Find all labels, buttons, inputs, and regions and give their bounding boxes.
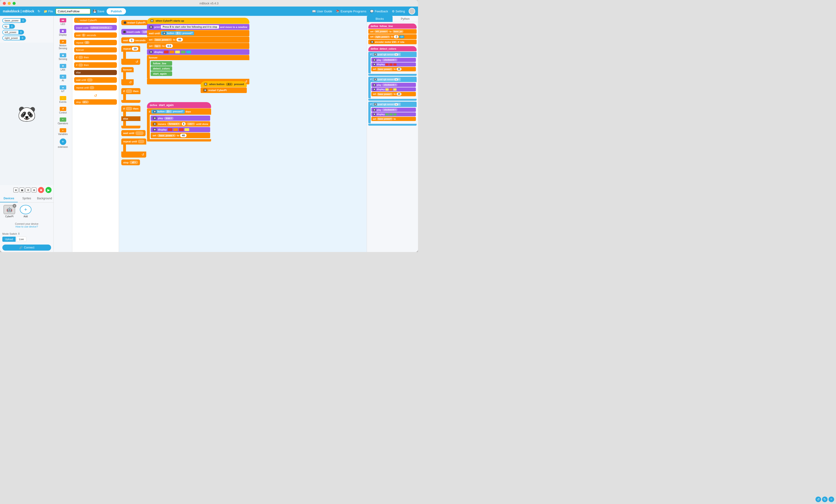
- avatar[interactable]: [408, 8, 415, 15]
- category-variables[interactable]: x Variables: [55, 127, 71, 137]
- detect-colors-block[interactable]: detect_colors: [151, 66, 172, 71]
- led-icon: ■■: [60, 18, 66, 22]
- tab-sprites[interactable]: Sprites: [18, 195, 35, 202]
- set-base-power-20[interactable]: set base_power ▾ to 20: [371, 92, 416, 96]
- category-display[interactable]: ▦ Display: [55, 27, 71, 38]
- info-icon: ℹ: [18, 232, 19, 235]
- stop-button[interactable]: ■: [38, 187, 44, 193]
- var-left-power: left_power 0: [2, 30, 24, 35]
- category-events[interactable]: ⚡ Events: [55, 95, 71, 105]
- block-wait-until[interactable]: wait until: [121, 130, 146, 136]
- if-then-block[interactable]: if then: [74, 55, 117, 60]
- repeat-until-block[interactable]: repeat until: [74, 85, 117, 91]
- block-if-then[interactable]: if then: [121, 88, 140, 103]
- file-icon: 📁: [44, 9, 48, 13]
- window-title: mBlock v5.4.3: [200, 2, 218, 5]
- minimize-button[interactable]: [8, 2, 11, 5]
- set-base-power-final[interactable]: set base_power ▾ to: [371, 117, 416, 121]
- device-remove-button[interactable]: ✕: [13, 204, 16, 208]
- motion-icon: ⟳: [60, 40, 66, 44]
- insert-code-block[interactable]: insert code cyberpi.console.p...: [74, 25, 117, 30]
- set-base-power-block2[interactable]: set base_power ▾ to 40: [151, 133, 210, 138]
- block-forever[interactable]: forever ↺: [121, 67, 134, 85]
- add-device-button[interactable]: +: [20, 205, 32, 214]
- display-colors-block2[interactable]: 🔲 display: [151, 127, 210, 132]
- save-button[interactable]: 💾 Save: [93, 9, 104, 13]
- stop-block[interactable]: stop all: [74, 99, 117, 105]
- publish-button[interactable]: Publish: [107, 8, 126, 15]
- play-clockwork-3[interactable]: 🔲 play clockwork ▾: [371, 108, 416, 112]
- tab-background[interactable]: Background: [36, 195, 53, 202]
- maximize-button[interactable]: [13, 2, 16, 5]
- mode-toggle: Upload Live: [0, 237, 53, 242]
- close-button[interactable]: [3, 2, 6, 5]
- control-label: Control: [59, 112, 66, 114]
- project-name-input[interactable]: [56, 8, 91, 14]
- feedback-button[interactable]: 💬 Feedback: [370, 9, 388, 13]
- display-block-3[interactable]: 🔲 display: [371, 112, 416, 116]
- category-sensing[interactable]: ◉ Sensing: [55, 52, 71, 62]
- block-restart-cyberpi[interactable]: ⬛ restart CyberPi: [121, 20, 148, 25]
- right-panel-content: define follow_line set left_power ▾ to b…: [367, 22, 418, 252]
- if-else-block[interactable]: if then: [74, 62, 117, 68]
- category-motion-sensing[interactable]: ⟳ Motion Sensing: [55, 38, 71, 51]
- toolbar: makeblock | mBlock ↻ 📁 File 💾 Save Publi…: [0, 6, 418, 16]
- if-rgb-sensor-3[interactable]: if 🔲 quad rgb sensor 1 ▾: [368, 102, 417, 107]
- how-to-link[interactable]: How to use device?: [16, 225, 38, 228]
- user-guide-button[interactable]: 📖 User Guide: [312, 9, 332, 13]
- left-panel: base_power 0 kp 0 left_power 0 right_pow…: [0, 16, 54, 252]
- set-base-power-30[interactable]: set base_power ▾ to 30: [371, 67, 416, 71]
- forever-block[interactable]: forever: [74, 47, 117, 53]
- example-programs-button[interactable]: 📚 Example Programs: [336, 9, 366, 13]
- block-wait-seconds[interactable]: wait 1 seconds: [121, 37, 147, 43]
- upload-mode-button[interactable]: Upload: [2, 237, 16, 242]
- refresh-icon[interactable]: ↻: [37, 8, 41, 14]
- category-led[interactable]: ■■ LED: [55, 17, 71, 27]
- block-repeat-until[interactable]: repeat until ↺: [121, 138, 146, 158]
- fullscreen-button[interactable]: ⊞: [13, 188, 18, 193]
- moves-forward-block[interactable]: 🔲 moves forward ▾ 5 cm ▾ until done: [151, 121, 210, 127]
- live-mode-button[interactable]: Live: [17, 237, 26, 242]
- file-menu-button[interactable]: 📁 File: [44, 9, 53, 13]
- play-clockwork-1[interactable]: 🔲 play clockwork ▾: [371, 58, 416, 62]
- view-mode-buttons: ⊞ ▦ ☰ ⊞: [13, 188, 37, 193]
- play-button[interactable]: ▶: [45, 187, 52, 193]
- block-if-then-2[interactable]: if then else: [121, 105, 140, 129]
- connect-button[interactable]: 🔗 Connect: [2, 245, 51, 251]
- wait-block[interactable]: wait 1 seconds: [74, 33, 117, 38]
- list-view-button[interactable]: ☰: [25, 188, 31, 193]
- repeat-block[interactable]: repeat 10: [74, 40, 117, 45]
- if-rgb-sensor-1[interactable]: if 🔲 quad rgb sensor 1 ▾: [368, 52, 417, 57]
- restart-block[interactable]: 🔧 restart CyberPi: [74, 18, 117, 23]
- category-operators[interactable]: + Operators: [55, 116, 71, 127]
- play-iron-block[interactable]: 🔲 play iron ▾: [151, 116, 210, 121]
- tile-view-button[interactable]: ⊞: [32, 188, 37, 193]
- lan-icon: ⊕: [60, 64, 66, 68]
- encoder-motor-block[interactable]: 🔲 encoder motor EM1 ↺ rota: [368, 40, 417, 44]
- category-ai[interactable]: AI AI: [55, 73, 71, 83]
- grid-view-button[interactable]: ▦: [19, 188, 24, 193]
- set-left-power-block[interactable]: set left_power ▾ to base_po: [368, 29, 417, 34]
- tab-blocks[interactable]: Blocks: [367, 16, 393, 22]
- start-again-block[interactable]: start_again: [151, 71, 172, 76]
- block-stop-all[interactable]: stop all ▾: [121, 159, 140, 165]
- if-rgb-sensor-2[interactable]: if 🔲 quad rgb sensor 1 ▾: [368, 77, 417, 82]
- set-right-power-block[interactable]: set right_power ▾ to -1 </>: [368, 34, 417, 39]
- setting-button[interactable]: ⚙ Setting: [392, 9, 405, 13]
- right-panel-tabs: Blocks Python: [367, 16, 418, 22]
- extension-button[interactable]: +: [60, 138, 66, 145]
- add-device-card: + Add: [19, 205, 33, 218]
- category-iot[interactable]: ☁ IoT: [55, 84, 71, 94]
- display-block-2[interactable]: 🔲 display: [371, 88, 416, 91]
- else-block[interactable]: else: [74, 70, 117, 75]
- wait-until-block[interactable]: wait until: [74, 77, 117, 83]
- tab-devices[interactable]: Devices: [0, 195, 18, 202]
- follow-line-block[interactable]: follow_line: [151, 61, 172, 66]
- play-clockwork-2[interactable]: 🔲 play clockwork ▾: [371, 83, 416, 87]
- display-block-1[interactable]: 🔲 display: [371, 62, 416, 66]
- tab-python[interactable]: Python: [393, 16, 418, 22]
- code-area[interactable]: ⬛ restart CyberPi ⬛ insert code cyberpi.…: [119, 16, 367, 252]
- category-lan[interactable]: ⊕ LAN: [55, 62, 71, 73]
- category-control[interactable]: ↺ Control: [55, 105, 71, 116]
- block-repeat[interactable]: repeat 10 ↺: [121, 46, 140, 65]
